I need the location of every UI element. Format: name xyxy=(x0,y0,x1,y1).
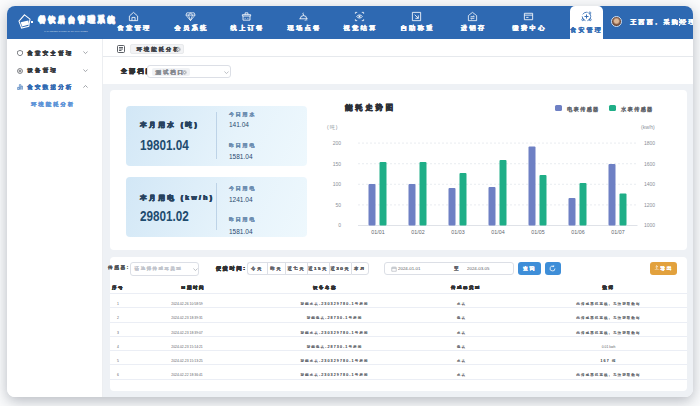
svg-text:能耗走势图: 能耗走势图 xyxy=(344,103,396,112)
svg-text:150: 150 xyxy=(333,161,342,167)
svg-text:1000: 1000 xyxy=(644,222,655,228)
svg-text:01/07: 01/07 xyxy=(611,229,624,235)
svg-text:01/03: 01/03 xyxy=(451,229,464,235)
svg-text:电表传感器: 电表传感器 xyxy=(567,106,599,113)
svg-text:0: 0 xyxy=(338,222,341,228)
svg-text:(kw/h): (kw/h) xyxy=(641,124,655,130)
svg-text:50: 50 xyxy=(335,202,341,208)
svg-text:01/06: 01/06 xyxy=(571,229,584,235)
svg-text:100: 100 xyxy=(333,181,342,187)
svg-text:01/05: 01/05 xyxy=(531,229,544,235)
svg-text:1600: 1600 xyxy=(644,161,655,167)
svg-text:01/04: 01/04 xyxy=(491,229,504,235)
svg-text:1800: 1800 xyxy=(644,140,655,146)
svg-text:水表传感器: 水表传感器 xyxy=(621,106,653,113)
svg-text:200: 200 xyxy=(333,140,342,146)
svg-text:01/02: 01/02 xyxy=(411,229,424,235)
svg-text:(吨): (吨) xyxy=(327,124,338,130)
svg-text:01/01: 01/01 xyxy=(371,229,384,235)
svg-text:1400: 1400 xyxy=(644,181,655,187)
svg-text:1200: 1200 xyxy=(644,202,655,208)
